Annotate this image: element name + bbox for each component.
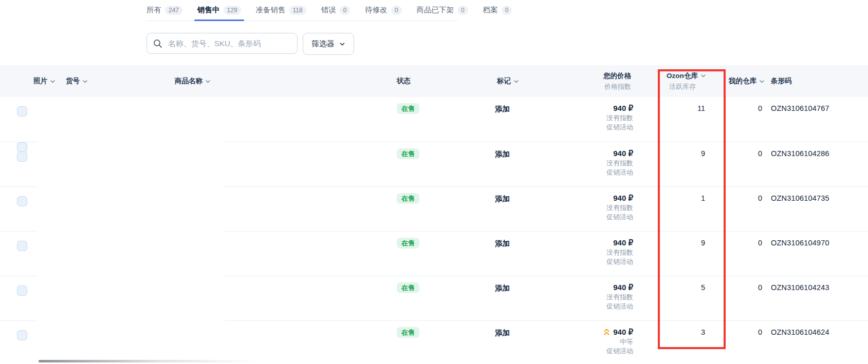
my-stock-value: 0 <box>731 104 762 112</box>
tab-count-badge: 0 <box>457 6 468 15</box>
price-index-label: 没有指数 <box>606 293 633 301</box>
my-stock-value: 0 <box>731 239 762 247</box>
row-checkbox[interactable] <box>17 196 27 206</box>
tab-label: 准备销售 <box>256 5 286 15</box>
price-index-label: 没有指数 <box>606 204 633 212</box>
tab-on-sale[interactable]: 销售中 129 <box>197 5 241 15</box>
filter-button[interactable]: 筛选器 <box>303 33 354 55</box>
price-value: 940 ₽ <box>613 282 633 292</box>
barcode-value: OZN3106104243 <box>771 283 829 292</box>
add-tag-link[interactable]: 添加 <box>495 328 510 338</box>
my-stock-value: 0 <box>731 283 762 292</box>
price-value: 940 ₽ <box>613 327 633 337</box>
chevron-down-icon <box>50 79 56 84</box>
my-stock-value: 0 <box>731 328 762 336</box>
tab-all[interactable]: 所有 247 <box>146 5 182 15</box>
promo-link[interactable]: 促销活动 <box>606 213 633 221</box>
barcode-value: OZN3106104970 <box>771 239 829 247</box>
column-header-sku[interactable]: 货号 <box>66 65 88 97</box>
price-index-label: 没有指数 <box>606 114 633 122</box>
my-stock-value: 0 <box>731 149 762 158</box>
column-header-photo[interactable]: 照片 <box>33 65 56 97</box>
table-header: 照片 货号 商品名称 状态 标记 您的价格 价格指数 Ozon仓库 <box>0 65 868 97</box>
row-checkbox[interactable] <box>17 241 27 251</box>
horizontal-scrollbar[interactable] <box>39 360 257 362</box>
column-header-product-name[interactable]: 商品名称 <box>175 65 211 97</box>
add-tag-link[interactable]: 添加 <box>495 104 510 114</box>
add-tag-link[interactable]: 添加 <box>495 149 510 159</box>
tab-label: 档案 <box>483 5 498 15</box>
promo-link[interactable]: 促销活动 <box>606 302 633 311</box>
search-icon <box>153 39 162 48</box>
add-tag-link[interactable]: 添加 <box>495 194 510 204</box>
products-page: 所有 247 销售中 129 准备销售 118 错误 0 待修改 0 商品已下架… <box>0 0 868 364</box>
price-increase-icon <box>603 328 610 336</box>
status-badge: 在售 <box>397 238 419 248</box>
redacted-products-area <box>37 97 225 364</box>
tab-unlisted[interactable]: 商品已下架 0 <box>417 5 468 15</box>
price-index-label: 没有指数 <box>606 159 633 167</box>
row-checkbox[interactable] <box>17 330 27 340</box>
barcode-value: OZN3106104767 <box>771 104 829 112</box>
column-header-your-price: 您的价格 价格指数 <box>603 65 631 97</box>
barcode-value: OZN3106104286 <box>771 149 829 158</box>
price-index-label: 没有指数 <box>606 248 633 257</box>
price-index-label: 中等 <box>603 338 633 346</box>
promo-link[interactable]: 促销活动 <box>603 347 633 355</box>
chevron-down-icon <box>205 79 211 84</box>
promo-link[interactable]: 促销活动 <box>606 168 633 177</box>
price-value: 940 ₽ <box>613 238 633 247</box>
tab-archive[interactable]: 档案 0 <box>483 5 512 15</box>
promo-link[interactable]: 促销活动 <box>606 258 633 266</box>
column-subheader-price-index: 价格指数 <box>604 82 631 91</box>
tab-label: 销售中 <box>197 5 220 15</box>
tab-count-badge: 247 <box>165 6 182 15</box>
price-cell: 940 ₽ 没有指数 促销活动 <box>606 238 633 266</box>
column-header-my-warehouse[interactable]: 我的仓库 <box>729 65 765 97</box>
search-input[interactable] <box>167 39 291 48</box>
add-tag-link[interactable]: 添加 <box>495 239 510 248</box>
tab-label: 所有 <box>146 5 161 15</box>
status-badge: 在售 <box>397 282 419 293</box>
chevron-down-icon <box>339 41 345 47</box>
tab-label: 商品已下架 <box>417 5 454 15</box>
column-header-status: 状态 <box>397 65 411 97</box>
tab-errors[interactable]: 错误 0 <box>321 5 350 15</box>
row-checkbox[interactable] <box>17 151 27 162</box>
chevron-down-icon <box>513 79 519 84</box>
column-header-barcode: 条形码 <box>771 65 792 97</box>
price-cell: 940 ₽ 没有指数 促销活动 <box>606 282 633 311</box>
price-cell: 940 ₽ 没有指数 促销活动 <box>606 103 633 131</box>
status-badge: 在售 <box>397 193 419 204</box>
promo-link[interactable]: 促销活动 <box>606 123 633 131</box>
price-value: 940 ₽ <box>613 193 633 203</box>
row-checkbox[interactable] <box>17 285 27 296</box>
tab-count-badge: 0 <box>502 6 512 15</box>
status-badge: 在售 <box>397 148 419 159</box>
tab-bar: 所有 247 销售中 129 准备销售 118 错误 0 待修改 0 商品已下架… <box>146 5 512 15</box>
price-value: 940 ₽ <box>613 103 633 113</box>
barcode-value: OZN3106104735 <box>771 194 829 202</box>
search-box[interactable] <box>146 33 298 54</box>
chevron-down-icon <box>759 79 765 84</box>
add-tag-link[interactable]: 添加 <box>495 283 510 293</box>
tab-label: 待修改 <box>365 5 387 15</box>
tab-count-badge: 0 <box>391 6 402 15</box>
tab-ready-for-sale[interactable]: 准备销售 118 <box>256 5 306 15</box>
barcode-value: OZN3106104624 <box>771 328 829 336</box>
my-stock-value: 0 <box>731 194 762 202</box>
list-controls: 筛选器 <box>146 33 354 55</box>
price-cell: 940 ₽ 中等 促销活动 <box>603 327 633 355</box>
price-cell: 940 ₽ 没有指数 促销活动 <box>606 193 633 221</box>
tabbar-divider <box>146 21 458 21</box>
status-badge: 在售 <box>397 103 419 114</box>
tab-count-badge: 118 <box>289 6 306 15</box>
row-checkbox[interactable] <box>17 106 27 117</box>
status-badge: 在售 <box>397 327 419 338</box>
chevron-down-icon <box>82 79 88 84</box>
highlight-rectangle <box>658 69 726 349</box>
tab-pending-fix[interactable]: 待修改 0 <box>365 5 401 15</box>
column-header-tag[interactable]: 标记 <box>497 65 519 97</box>
filter-button-label: 筛选器 <box>311 39 335 49</box>
tab-count-badge: 129 <box>224 6 241 15</box>
